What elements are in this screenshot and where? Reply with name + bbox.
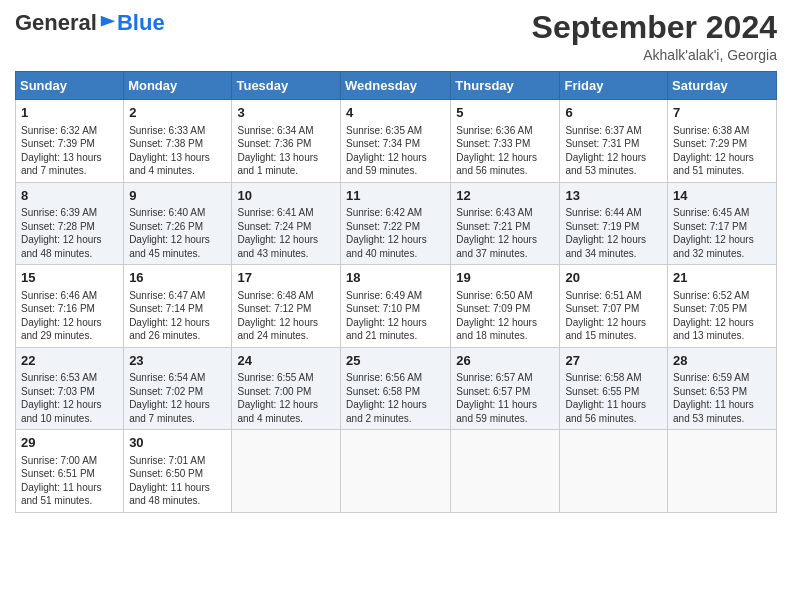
day-number: 29 xyxy=(21,434,118,452)
day-info: Sunrise: 6:49 AM Sunset: 7:10 PM Dayligh… xyxy=(346,289,445,343)
location: Akhalk'alak'i, Georgia xyxy=(532,47,777,63)
calendar-cell xyxy=(560,430,668,513)
day-number: 18 xyxy=(346,269,445,287)
day-info: Sunrise: 6:55 AM Sunset: 7:00 PM Dayligh… xyxy=(237,371,335,425)
day-number: 13 xyxy=(565,187,662,205)
day-number: 10 xyxy=(237,187,335,205)
calendar-cell: 6Sunrise: 6:37 AM Sunset: 7:31 PM Daylig… xyxy=(560,100,668,183)
calendar-cell: 1Sunrise: 6:32 AM Sunset: 7:39 PM Daylig… xyxy=(16,100,124,183)
day-info: Sunrise: 6:44 AM Sunset: 7:19 PM Dayligh… xyxy=(565,206,662,260)
calendar-cell: 10Sunrise: 6:41 AM Sunset: 7:24 PM Dayli… xyxy=(232,182,341,265)
calendar-cell: 13Sunrise: 6:44 AM Sunset: 7:19 PM Dayli… xyxy=(560,182,668,265)
day-info: Sunrise: 6:58 AM Sunset: 6:55 PM Dayligh… xyxy=(565,371,662,425)
day-number: 2 xyxy=(129,104,226,122)
calendar-cell: 18Sunrise: 6:49 AM Sunset: 7:10 PM Dayli… xyxy=(341,265,451,348)
day-number: 26 xyxy=(456,352,554,370)
day-number: 17 xyxy=(237,269,335,287)
day-number: 1 xyxy=(21,104,118,122)
col-header-saturday: Saturday xyxy=(668,72,777,100)
day-info: Sunrise: 6:38 AM Sunset: 7:29 PM Dayligh… xyxy=(673,124,771,178)
day-number: 20 xyxy=(565,269,662,287)
calendar-cell: 7Sunrise: 6:38 AM Sunset: 7:29 PM Daylig… xyxy=(668,100,777,183)
header-right: September 2024 Akhalk'alak'i, Georgia xyxy=(532,10,777,63)
day-number: 14 xyxy=(673,187,771,205)
day-info: Sunrise: 6:56 AM Sunset: 6:58 PM Dayligh… xyxy=(346,371,445,425)
day-number: 12 xyxy=(456,187,554,205)
calendar-cell: 27Sunrise: 6:58 AM Sunset: 6:55 PM Dayli… xyxy=(560,347,668,430)
calendar-cell: 11Sunrise: 6:42 AM Sunset: 7:22 PM Dayli… xyxy=(341,182,451,265)
calendar-cell: 19Sunrise: 6:50 AM Sunset: 7:09 PM Dayli… xyxy=(451,265,560,348)
svg-marker-0 xyxy=(101,16,115,27)
calendar-cell: 8Sunrise: 6:39 AM Sunset: 7:28 PM Daylig… xyxy=(16,182,124,265)
day-info: Sunrise: 6:35 AM Sunset: 7:34 PM Dayligh… xyxy=(346,124,445,178)
calendar-cell xyxy=(451,430,560,513)
day-info: Sunrise: 6:37 AM Sunset: 7:31 PM Dayligh… xyxy=(565,124,662,178)
day-info: Sunrise: 6:33 AM Sunset: 7:38 PM Dayligh… xyxy=(129,124,226,178)
day-info: Sunrise: 6:36 AM Sunset: 7:33 PM Dayligh… xyxy=(456,124,554,178)
calendar-cell: 28Sunrise: 6:59 AM Sunset: 6:53 PM Dayli… xyxy=(668,347,777,430)
day-info: Sunrise: 7:01 AM Sunset: 6:50 PM Dayligh… xyxy=(129,454,226,508)
day-info: Sunrise: 6:57 AM Sunset: 6:57 PM Dayligh… xyxy=(456,371,554,425)
day-number: 3 xyxy=(237,104,335,122)
logo-blue: Blue xyxy=(117,10,165,36)
calendar-cell: 5Sunrise: 6:36 AM Sunset: 7:33 PM Daylig… xyxy=(451,100,560,183)
day-info: Sunrise: 6:54 AM Sunset: 7:02 PM Dayligh… xyxy=(129,371,226,425)
header: General Blue September 2024 Akhalk'alak'… xyxy=(15,10,777,63)
logo-flag-icon xyxy=(99,14,117,32)
day-number: 11 xyxy=(346,187,445,205)
calendar-row-3: 15Sunrise: 6:46 AM Sunset: 7:16 PM Dayli… xyxy=(16,265,777,348)
day-info: Sunrise: 6:53 AM Sunset: 7:03 PM Dayligh… xyxy=(21,371,118,425)
day-info: Sunrise: 6:52 AM Sunset: 7:05 PM Dayligh… xyxy=(673,289,771,343)
day-info: Sunrise: 6:42 AM Sunset: 7:22 PM Dayligh… xyxy=(346,206,445,260)
calendar-row-5: 29Sunrise: 7:00 AM Sunset: 6:51 PM Dayli… xyxy=(16,430,777,513)
calendar-row-1: 1Sunrise: 6:32 AM Sunset: 7:39 PM Daylig… xyxy=(16,100,777,183)
calendar-cell xyxy=(668,430,777,513)
day-number: 9 xyxy=(129,187,226,205)
calendar-cell: 4Sunrise: 6:35 AM Sunset: 7:34 PM Daylig… xyxy=(341,100,451,183)
day-number: 6 xyxy=(565,104,662,122)
day-number: 8 xyxy=(21,187,118,205)
month-title: September 2024 xyxy=(532,10,777,45)
day-number: 4 xyxy=(346,104,445,122)
day-info: Sunrise: 6:41 AM Sunset: 7:24 PM Dayligh… xyxy=(237,206,335,260)
day-info: Sunrise: 6:59 AM Sunset: 6:53 PM Dayligh… xyxy=(673,371,771,425)
logo: General Blue xyxy=(15,10,165,36)
calendar-cell: 3Sunrise: 6:34 AM Sunset: 7:36 PM Daylig… xyxy=(232,100,341,183)
day-number: 21 xyxy=(673,269,771,287)
day-info: Sunrise: 6:32 AM Sunset: 7:39 PM Dayligh… xyxy=(21,124,118,178)
day-number: 25 xyxy=(346,352,445,370)
calendar-cell: 25Sunrise: 6:56 AM Sunset: 6:58 PM Dayli… xyxy=(341,347,451,430)
calendar-row-4: 22Sunrise: 6:53 AM Sunset: 7:03 PM Dayli… xyxy=(16,347,777,430)
day-number: 22 xyxy=(21,352,118,370)
calendar-cell: 2Sunrise: 6:33 AM Sunset: 7:38 PM Daylig… xyxy=(124,100,232,183)
calendar-cell: 20Sunrise: 6:51 AM Sunset: 7:07 PM Dayli… xyxy=(560,265,668,348)
day-info: Sunrise: 6:48 AM Sunset: 7:12 PM Dayligh… xyxy=(237,289,335,343)
day-info: Sunrise: 6:34 AM Sunset: 7:36 PM Dayligh… xyxy=(237,124,335,178)
calendar-cell: 21Sunrise: 6:52 AM Sunset: 7:05 PM Dayli… xyxy=(668,265,777,348)
col-header-wednesday: Wednesday xyxy=(341,72,451,100)
day-number: 27 xyxy=(565,352,662,370)
day-number: 15 xyxy=(21,269,118,287)
calendar-header-row: Sunday Monday Tuesday Wednesday Thursday… xyxy=(16,72,777,100)
col-header-tuesday: Tuesday xyxy=(232,72,341,100)
day-info: Sunrise: 6:47 AM Sunset: 7:14 PM Dayligh… xyxy=(129,289,226,343)
calendar-cell: 16Sunrise: 6:47 AM Sunset: 7:14 PM Dayli… xyxy=(124,265,232,348)
col-header-sunday: Sunday xyxy=(16,72,124,100)
col-header-monday: Monday xyxy=(124,72,232,100)
day-info: Sunrise: 6:46 AM Sunset: 7:16 PM Dayligh… xyxy=(21,289,118,343)
col-header-friday: Friday xyxy=(560,72,668,100)
day-info: Sunrise: 6:45 AM Sunset: 7:17 PM Dayligh… xyxy=(673,206,771,260)
day-number: 19 xyxy=(456,269,554,287)
day-number: 5 xyxy=(456,104,554,122)
calendar-cell: 17Sunrise: 6:48 AM Sunset: 7:12 PM Dayli… xyxy=(232,265,341,348)
calendar-cell: 15Sunrise: 6:46 AM Sunset: 7:16 PM Dayli… xyxy=(16,265,124,348)
col-header-thursday: Thursday xyxy=(451,72,560,100)
calendar-cell xyxy=(341,430,451,513)
calendar-cell: 22Sunrise: 6:53 AM Sunset: 7:03 PM Dayli… xyxy=(16,347,124,430)
calendar-cell: 23Sunrise: 6:54 AM Sunset: 7:02 PM Dayli… xyxy=(124,347,232,430)
day-info: Sunrise: 6:50 AM Sunset: 7:09 PM Dayligh… xyxy=(456,289,554,343)
day-number: 23 xyxy=(129,352,226,370)
calendar-cell: 29Sunrise: 7:00 AM Sunset: 6:51 PM Dayli… xyxy=(16,430,124,513)
logo-general: General xyxy=(15,10,97,36)
calendar-cell: 14Sunrise: 6:45 AM Sunset: 7:17 PM Dayli… xyxy=(668,182,777,265)
